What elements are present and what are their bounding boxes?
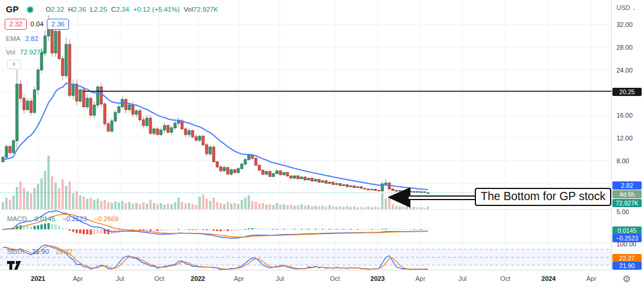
axis-value-badge: 4d 6h bbox=[612, 190, 642, 198]
volume-value: 72.927K bbox=[20, 49, 45, 56]
price-tick-label: 28.00 bbox=[616, 44, 633, 51]
collapse-legend-button[interactable]: ∧ bbox=[7, 60, 21, 69]
ohlc-high-value: 2.36 bbox=[73, 6, 86, 13]
time-tick-label[interactable]: 2023 bbox=[371, 275, 385, 282]
ohlc-close-value: 2.34 bbox=[116, 6, 129, 13]
ema-legend-row[interactable]: EMA2.82 bbox=[6, 35, 38, 42]
time-tick-label[interactable]: Apr bbox=[415, 275, 425, 282]
time-tick-label[interactable]: 2022 bbox=[191, 275, 205, 282]
time-tick-label[interactable]: Apr bbox=[73, 275, 83, 282]
axis-value-badge: 2.82 bbox=[612, 181, 642, 190]
annotation-arrow-shaft[interactable] bbox=[409, 195, 476, 200]
ohlc-change-value: +0.12 (+5.41%) bbox=[133, 6, 180, 13]
candles-layer[interactable] bbox=[2, 16, 429, 194]
chevron-up-icon: ∧ bbox=[12, 61, 16, 67]
axis-value-badge: −0.2523 bbox=[612, 234, 642, 242]
ema-line-layer bbox=[3, 83, 428, 190]
chevron-down-icon: ⌄ bbox=[632, 6, 636, 11]
macd-legend-row[interactable]: MACD 0.0145 −0.2523 −0.2669 bbox=[7, 215, 124, 222]
volume-label: Vol bbox=[6, 49, 15, 56]
stoch-legend-row[interactable]: Stoch 21.90 22.27 bbox=[7, 248, 78, 255]
ohlc-values: O2.32H2.36L2.25C2.34+0.12 (+5.41%)Vol72.… bbox=[46, 6, 218, 13]
ohlc-vol-value: 72.927K bbox=[193, 6, 218, 13]
time-tick-label[interactable]: Jul bbox=[458, 275, 467, 282]
currency-label: USD bbox=[616, 4, 630, 11]
stoch-band-layer bbox=[0, 249, 612, 265]
macd-line-value: −0.2523 bbox=[62, 215, 87, 222]
ema-value: 2.82 bbox=[25, 35, 38, 42]
axis-value-badge: 0.0145 bbox=[612, 226, 642, 235]
currency-dropdown[interactable]: USD⌄ bbox=[616, 4, 636, 11]
time-tick-label[interactable]: 2024 bbox=[542, 275, 556, 282]
ema-label: EMA bbox=[6, 35, 20, 42]
axis-value-badge: 21.90 bbox=[612, 262, 642, 270]
time-tick-label[interactable]: Oct bbox=[330, 275, 340, 282]
price-tick-label: 32.00 bbox=[616, 21, 633, 28]
ohlc-high-label: H bbox=[68, 6, 73, 13]
annotation-arrowhead[interactable] bbox=[388, 187, 410, 208]
stoch-d-value: 22.27 bbox=[56, 248, 73, 255]
time-tick-label[interactable]: Apr bbox=[234, 275, 244, 282]
ohlc-vol-label: Vol bbox=[184, 6, 193, 13]
time-tick-label[interactable]: 2021 bbox=[31, 275, 45, 282]
macd-hist-value: 0.0145 bbox=[35, 215, 55, 222]
time-tick-label[interactable]: Jul bbox=[276, 275, 284, 282]
annotation-text-box[interactable]: The Bottom for GP stock bbox=[475, 188, 611, 206]
indicator-tick-label: 5.00 bbox=[616, 208, 629, 215]
time-tick-label[interactable]: Apr bbox=[586, 275, 596, 282]
ask-price-box[interactable]: 2.36 bbox=[47, 19, 69, 30]
price-tick-label: 24.00 bbox=[616, 67, 633, 74]
price-tick-label: 16.00 bbox=[616, 112, 633, 119]
trading-chart-app: GP O2.32H2.36L2.25C2.34+0.12 (+5.41%)Vol… bbox=[0, 0, 644, 292]
axis-value-badge: 20.25 bbox=[612, 88, 642, 96]
macd-label: MACD bbox=[7, 215, 27, 222]
ohlc-low-value: 2.25 bbox=[94, 6, 107, 13]
axis-value-badge: 72.927K bbox=[612, 199, 642, 207]
live-data-dot bbox=[28, 7, 33, 12]
spread-value: 0.04 bbox=[30, 20, 43, 28]
time-tick-label[interactable]: Oct bbox=[500, 275, 510, 282]
tradingview-logo[interactable] bbox=[6, 259, 25, 270]
macd-signal-value: −0.2669 bbox=[94, 215, 119, 222]
price-tick-label: 12.00 bbox=[616, 135, 633, 142]
chart-canvas[interactable] bbox=[0, 0, 644, 292]
stoch-k-value: 21.90 bbox=[32, 248, 49, 255]
time-axis[interactable]: ⚙ 2021AprJulOct2022AprJulOct2023AprJulOc… bbox=[0, 270, 644, 292]
time-tick-label[interactable]: Jul bbox=[116, 275, 124, 282]
price-tick-label: 8.00 bbox=[616, 157, 629, 164]
bid-price-box[interactable]: 2.32 bbox=[5, 19, 27, 30]
gear-icon[interactable]: ⚙ bbox=[622, 273, 631, 284]
ohlc-open-value: 2.32 bbox=[51, 6, 64, 13]
axis-value-badge: 22.27 bbox=[612, 254, 642, 262]
time-tick-label[interactable]: Oct bbox=[154, 275, 164, 282]
ohlc-close-label: C bbox=[111, 6, 116, 13]
ohlc-open-label: O bbox=[46, 6, 51, 13]
symbol-title[interactable]: GP bbox=[6, 4, 19, 14]
stoch-label: Stoch bbox=[7, 248, 24, 255]
volume-legend-row[interactable]: Vol72.927K bbox=[6, 49, 45, 56]
